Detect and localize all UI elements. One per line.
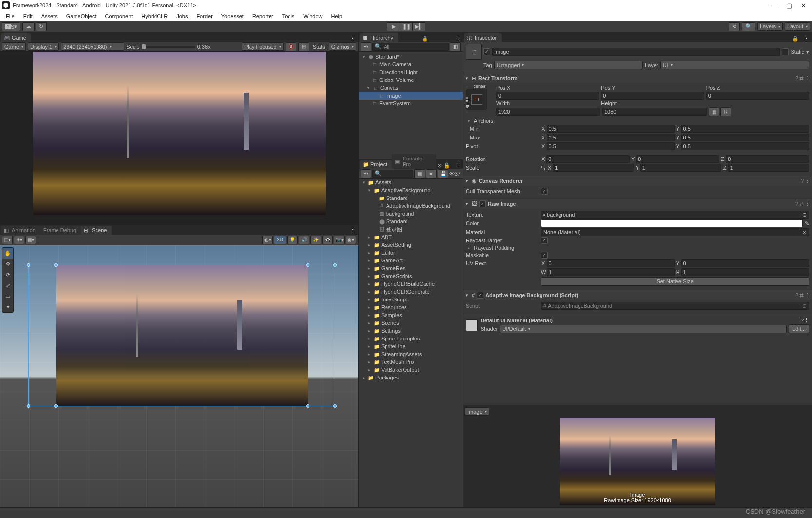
- uv-x[interactable]: [547, 259, 675, 267]
- filter-by-type-icon[interactable]: ▦: [414, 169, 425, 178]
- panel-options-icon[interactable]: ⋮: [451, 162, 463, 169]
- scale-slider[interactable]: [142, 46, 195, 48]
- anchor-maxy[interactable]: [681, 134, 809, 141]
- grid-button[interactable]: ▦▾: [25, 236, 36, 244]
- menu-window[interactable]: Window: [299, 12, 326, 20]
- create-dropdown[interactable]: +▾: [361, 42, 371, 51]
- rotate-tool[interactable]: ⟳: [2, 269, 13, 280]
- project-row[interactable]: ▸📁TextMesh Pro: [359, 358, 463, 366]
- pause-button[interactable]: ❚❚: [400, 22, 412, 31]
- tab-console[interactable]: ▣Console Pro: [392, 154, 436, 169]
- panel-options-icon[interactable]: ⋮: [451, 36, 463, 42]
- project-row[interactable]: ▸📁Packages: [359, 374, 463, 381]
- maskable-checkbox[interactable]: ✓: [541, 252, 548, 259]
- menu-hybridclr[interactable]: HybridCLR: [137, 12, 172, 20]
- help-icon[interactable]: ?: [801, 178, 804, 184]
- project-row[interactable]: ▸📁InnerScript: [359, 296, 463, 303]
- resize-handle-content-bl[interactable]: [54, 404, 58, 408]
- posx-field[interactable]: [496, 92, 599, 100]
- rot-y[interactable]: [636, 155, 719, 163]
- hierarchy-item[interactable]: □Directional Light: [359, 68, 463, 76]
- tab-inspector[interactable]: ⓘInspector: [464, 33, 502, 42]
- visibility-icon[interactable]: ⊘: [436, 162, 443, 169]
- 2d-toggle[interactable]: 2D: [274, 236, 286, 244]
- project-row[interactable]: ▸📁Resources: [359, 303, 463, 311]
- tab-scene[interactable]: ⊞Scene: [81, 226, 112, 235]
- project-row[interactable]: ▼📁Assets: [359, 179, 463, 186]
- project-row[interactable]: ▸📁GameScripts: [359, 272, 463, 280]
- component-enabled-checkbox[interactable]: ✓: [479, 200, 486, 207]
- tab-animation[interactable]: ◧Animation: [1, 226, 40, 235]
- menu-tools[interactable]: Tools: [278, 12, 299, 20]
- hierarchy-item[interactable]: □EventSystem: [359, 100, 463, 107]
- play-button[interactable]: ▶: [387, 22, 400, 31]
- hand-tool[interactable]: ✋: [2, 248, 13, 259]
- gameobject-name-field[interactable]: [492, 48, 780, 56]
- material-preview-icon[interactable]: [466, 319, 478, 331]
- lock-icon[interactable]: 🔒: [790, 36, 801, 42]
- minimize-button[interactable]: —: [771, 2, 777, 9]
- menu-icon[interactable]: ⋮: [805, 292, 810, 299]
- hierarchy-search[interactable]: 🔍All: [372, 43, 449, 51]
- raycast-checkbox[interactable]: ✓: [541, 237, 548, 244]
- menu-icon[interactable]: ⋮: [805, 201, 810, 207]
- menu-help[interactable]: Help: [327, 12, 346, 20]
- component-enabled-checkbox[interactable]: ✓: [477, 292, 483, 299]
- stats-toggle[interactable]: Stats: [311, 44, 327, 50]
- posz-field[interactable]: [706, 92, 809, 100]
- menu-reporter[interactable]: Reporter: [249, 12, 277, 20]
- gameobject-icon[interactable]: ⬚: [466, 44, 482, 60]
- lock-icon[interactable]: 🔒: [419, 36, 431, 42]
- component-header[interactable]: ▼🖼✓Raw Image?⇄⋮: [463, 199, 812, 209]
- eyedropper-icon[interactable]: ✎: [805, 220, 809, 227]
- project-row[interactable]: ▸📁Spine Examples: [359, 335, 463, 342]
- scale-z[interactable]: [728, 164, 809, 172]
- project-row[interactable]: 📁Standard: [359, 194, 463, 202]
- color-field[interactable]: [541, 219, 803, 227]
- edit-shader-button[interactable]: Edit...: [789, 324, 809, 333]
- menu-component[interactable]: Component: [101, 12, 136, 20]
- rot-z[interactable]: [726, 155, 809, 163]
- hidden-toggle[interactable]: 👁‍🗨: [322, 236, 333, 244]
- project-row[interactable]: ▸📁ADT: [359, 233, 463, 241]
- project-row[interactable]: ▸📁Samples: [359, 311, 463, 319]
- pivot-x[interactable]: [547, 142, 675, 150]
- save-search-icon[interactable]: 💾: [438, 169, 448, 178]
- material-field[interactable]: None (Material)⊙: [541, 228, 809, 236]
- height-field[interactable]: [602, 108, 707, 116]
- audio-toggle[interactable]: 🔊: [299, 236, 309, 244]
- menu-jobs[interactable]: Jobs: [173, 12, 192, 20]
- layout-dropdown[interactable]: Layout: [785, 22, 810, 31]
- menu-gameobject[interactable]: GameObject: [62, 12, 100, 20]
- project-row[interactable]: ▸📁Scenes: [359, 319, 463, 327]
- project-row[interactable]: ▼📁AdaptiveBackground: [359, 186, 463, 194]
- menu-icon[interactable]: ⋮: [805, 75, 810, 81]
- hidden-count[interactable]: 👁37: [449, 171, 461, 177]
- project-row[interactable]: ▸📁AssetSetting: [359, 241, 463, 249]
- lighting-toggle[interactable]: 💡: [287, 236, 298, 244]
- project-row[interactable]: ⬤Standard: [359, 218, 463, 225]
- scene-row[interactable]: ▼⬢Standard*: [359, 53, 463, 60]
- tag-dropdown[interactable]: Untagged: [494, 61, 643, 69]
- layer-dropdown[interactable]: UI: [660, 61, 809, 69]
- posy-field[interactable]: [601, 92, 704, 100]
- undo-history-button[interactable]: ⟲: [729, 22, 740, 31]
- uv-w[interactable]: [547, 268, 675, 276]
- pivot-y[interactable]: [681, 142, 809, 150]
- menu-icon[interactable]: ⋮: [805, 178, 810, 184]
- play-focused-dropdown[interactable]: Play Focused: [242, 42, 284, 51]
- project-row[interactable]: ▸📁GameArt: [359, 257, 463, 264]
- help-icon[interactable]: ?: [795, 292, 798, 299]
- preset-icon[interactable]: ⇄: [799, 201, 804, 207]
- display-dropdown[interactable]: Display 1: [28, 42, 59, 51]
- project-row[interactable]: ▸📁Editor: [359, 249, 463, 257]
- project-row[interactable]: ▸📁HybridCLRGenerate: [359, 288, 463, 296]
- anchor-maxx[interactable]: [547, 134, 675, 141]
- panel-options-icon[interactable]: ⋮: [801, 36, 812, 42]
- texture-field[interactable]: ▪background⊙: [541, 211, 809, 219]
- project-row[interactable]: ▸📁StreamingAssets: [359, 350, 463, 358]
- menu-yooasset[interactable]: YooAsset: [217, 12, 248, 20]
- menu-icon[interactable]: ⋮: [804, 317, 809, 323]
- resize-handle-tl[interactable]: [27, 263, 30, 267]
- hierarchy-item-selected[interactable]: □Image: [359, 92, 463, 100]
